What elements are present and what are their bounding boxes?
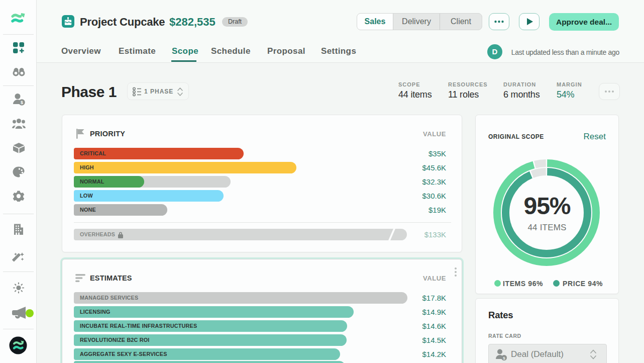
svg-text:$: $ xyxy=(503,356,505,360)
svg-text:$: $ xyxy=(21,100,23,105)
